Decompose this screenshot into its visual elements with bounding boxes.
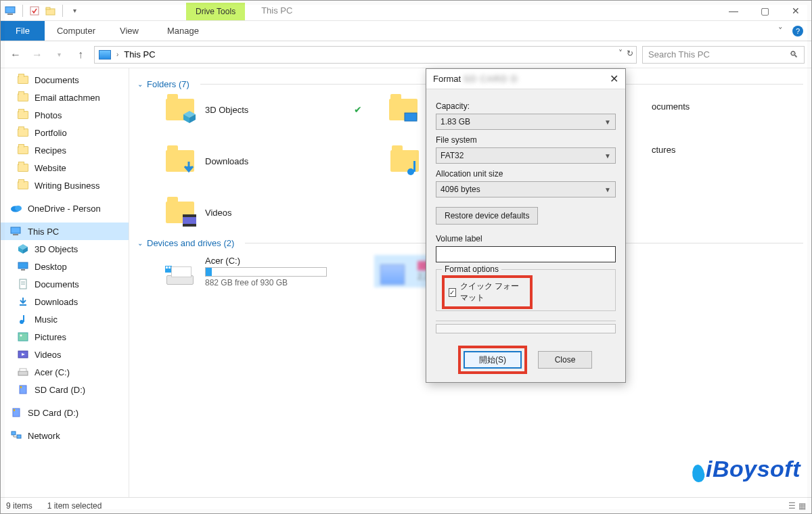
properties-icon[interactable] [28,5,41,17]
recent-dropdown-icon[interactable]: ▾ [51,47,67,63]
allocation-select[interactable]: 4096 bytes▼ [436,181,616,197]
chevron-right-icon[interactable]: › [116,51,118,58]
sidebar-item-sd-card[interactable]: SD Card (D:) [1,381,129,398]
folder-tile-desktop-partial[interactable]: De [389,96,430,123]
label-volume: Volume label [436,234,616,243]
up-button[interactable]: ↑ [72,47,89,63]
devices-header-label: Devices and drives (2) [147,238,234,248]
drive-name: Acer (C:) [205,256,327,266]
status-item-count: 9 items [6,501,32,511]
start-button[interactable]: 開始(S) [464,351,522,369]
new-folder-icon[interactable] [45,5,57,17]
svg-rect-4 [46,7,50,9]
drive-icon [17,367,29,377]
sidebar-item-3d-objects[interactable]: 3D Objects [1,240,129,258]
details-view-icon[interactable]: ☰ [788,501,796,511]
sidebar-item-videos[interactable]: Videos [1,346,129,363]
checkbox-icon[interactable]: ✓ [449,288,456,297]
sidebar-item-music[interactable]: Music [1,310,129,328]
sidebar-item-portfolio[interactable]: Portfolio [1,124,129,141]
svg-rect-35 [405,113,417,121]
chevron-down-icon: ▼ [604,186,611,193]
format-options-legend: Format options [442,264,501,274]
qat-dropdown-icon[interactable]: ▾ [68,5,81,17]
sidebar-item-onedrive[interactable]: OneDrive - Person [1,200,129,217]
svg-rect-2 [30,7,39,15]
droplet-icon [691,464,705,483]
contextual-tab-drive-tools[interactable]: Drive Tools [186,3,245,20]
status-selected: 1 item selected [47,501,102,511]
tab-manage[interactable]: Manage [155,21,211,41]
folder-tile-music-partial[interactable]: Mu [390,147,431,174]
breadcrumb-this-pc[interactable]: This PC [124,49,155,60]
hdd-icon [164,258,196,285]
svg-rect-1 [7,14,13,15]
network-icon [10,430,22,441]
chevron-down-icon[interactable]: ⌄ [137,80,143,88]
folder-tile-downloads[interactable]: Downloads [164,147,327,174]
address-bar[interactable]: › This PC ˅ ↻ [94,46,637,64]
tab-computer[interactable]: Computer [45,21,108,41]
svg-rect-42 [166,266,168,268]
svg-rect-0 [5,7,15,13]
sidebar-item-network[interactable]: Network [1,427,129,444]
sidebar-item-documents-pc[interactable]: Documents [1,275,129,293]
svg-rect-40 [183,224,196,227]
drive-capacity-bar [205,267,327,277]
sidebar-item-recipes[interactable]: Recipes [1,141,129,159]
capacity-select[interactable]: 1.83 GB▼ [436,114,616,130]
onedrive-icon [10,203,22,214]
sidebar-item-email[interactable]: Email attachmen [1,89,129,106]
sidebar-item-acer-c[interactable]: Acer (C:) [1,363,129,381]
sidebar-item-documents[interactable]: Documents [1,71,129,89]
close-button[interactable]: ✕ [780,1,811,20]
restore-defaults-button[interactable]: Restore device defaults [436,207,538,225]
minimize-button[interactable]: — [718,1,749,20]
chevron-down-icon[interactable]: ⌄ [137,239,143,247]
svg-rect-7 [11,227,20,233]
sidebar-item-pictures[interactable]: Pictures [1,328,129,346]
pictures-icon [17,331,29,342]
file-explorer-window: ▾ Drive Tools This PC — ▢ ✕ File Compute… [0,0,812,514]
drive-tile-acer-c[interactable]: Acer (C:) 882 GB free of 930 GB [164,255,347,287]
sd-card-icon [17,384,29,395]
this-pc-icon [99,50,111,60]
ribbon-collapse-icon[interactable]: ˅ [778,26,783,36]
maximize-button[interactable]: ▢ [749,1,780,20]
folder-tile-videos[interactable]: Videos [164,199,327,226]
file-system-select[interactable]: FAT32▼ [436,147,616,164]
svg-point-36 [407,168,414,175]
file-tab[interactable]: File [1,21,45,41]
help-icon[interactable]: ? [792,26,803,37]
quick-format-checkbox-row[interactable]: ✓ クイック フォーマット [443,277,531,308]
svg-rect-29 [14,409,15,411]
search-icon[interactable]: 🔍︎ [790,49,798,60]
svg-rect-12 [18,262,28,268]
refresh-icon[interactable]: ↻ [627,49,633,58]
tab-view[interactable]: View [108,21,151,41]
sidebar-item-this-pc[interactable]: This PC [1,223,129,240]
sidebar-item-writing[interactable]: Writing Business [1,177,129,194]
sidebar-item-website[interactable]: Website [1,159,129,177]
volume-label-input[interactable] [436,246,616,262]
sidebar-item-sd-card-detached[interactable]: SD Card (D:) [1,404,129,421]
sidebar-item-photos[interactable]: Photos [1,106,129,124]
folder-tile-3d-objects[interactable]: 3D Objects [164,96,327,123]
address-dropdown-icon[interactable]: ˅ [618,49,623,58]
navigation-pane: Documents Email attachmen Photos Portfol… [1,68,129,497]
forward-button[interactable]: → [29,47,45,63]
dialog-titlebar[interactable]: Format SD CARD D ✕ [426,69,625,89]
search-box[interactable]: Search This PC 🔍︎ [642,46,805,64]
svg-rect-30 [12,431,16,435]
back-button[interactable]: ← [7,47,24,63]
main-area: Documents Email attachmen Photos Portfol… [1,68,811,497]
sidebar-item-downloads[interactable]: Downloads [1,293,129,310]
cube-icon [182,110,197,124]
large-icons-view-icon[interactable]: ▦ [798,501,806,511]
label-allocation: Allocation unit size [436,169,616,179]
sidebar-item-desktop[interactable]: Desktop [1,258,129,275]
dialog-close-button[interactable]: ✕ [610,72,618,85]
separator [22,5,23,17]
close-button-dialog[interactable]: Close [538,351,592,369]
checkmark-icon: ✔ [354,104,362,115]
